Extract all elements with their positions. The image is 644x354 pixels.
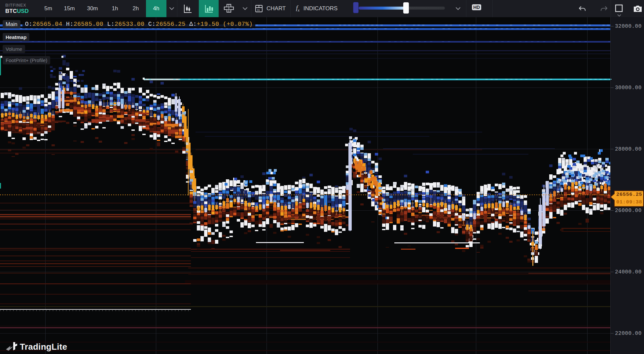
svg-text:31: 31 xyxy=(257,9,260,12)
